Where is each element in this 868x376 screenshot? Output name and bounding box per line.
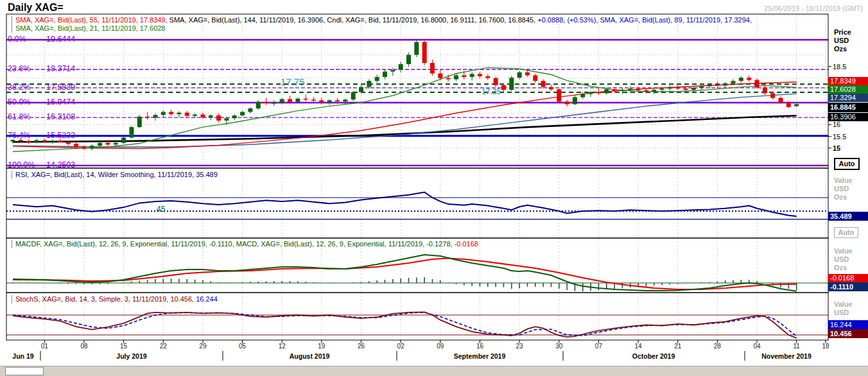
x-axis-tick-label: 22 <box>157 343 169 350</box>
x-axis-tick-label: 16 <box>474 343 485 350</box>
macd-axis-header: ValueUSDOzs <box>834 247 853 272</box>
price-badge: 17.8349 <box>828 77 868 85</box>
fib-level-price: 18.3714 <box>46 64 75 73</box>
x-axis-month-label: October 2019 <box>612 352 695 360</box>
x-axis-tick-label: 02 <box>395 343 406 350</box>
x-axis-tick-label: 05 <box>237 343 248 350</box>
main-legend-line1[interactable]: SMA, XAG=, Bid(Last), 55, 11/11/2019, 17… <box>12 16 752 24</box>
rsi-mid-level-label: 45 <box>157 205 165 214</box>
legend-segment: SMA, XAG=, Bid(Last), 144, 11/11/2019, 1… <box>169 16 538 24</box>
bottom-scrollbar[interactable] <box>0 366 868 376</box>
fib-level-price: 19.6444 <box>46 35 75 44</box>
price-badge: 16.8845 <box>828 103 868 112</box>
chart-canvas[interactable] <box>0 0 868 376</box>
stoch-axis-header: ValueUSD <box>834 300 853 317</box>
x-axis-tick-label: 11 <box>791 343 803 350</box>
rsi-auto-button[interactable]: Auto <box>834 227 858 238</box>
macd-badge: -0.1110 <box>828 282 868 291</box>
legend-segment: StochS, XAG=, Bid, 14, 3, Simple, 3, 11/… <box>15 295 196 303</box>
legend-segment: MACD, XAG=, Bid(Last), 12, 26, 9, Expone… <box>236 240 455 248</box>
legend-segment: SMA, XAG=, Bid(Last), 21, 11/11/2019, 17… <box>15 24 166 32</box>
rsi-axis-header: ValueUSDOzs <box>834 176 853 201</box>
legend-segment: MACDF, XAG=, Bid(Last), 12, 26, 9, Expon… <box>15 240 236 248</box>
scrollbar-thumb[interactable] <box>5 367 44 375</box>
x-axis-tick-label: 18 <box>820 343 831 350</box>
date-range-label: 25/06/2019 - 18/11/2019 (GMT) <box>764 4 863 12</box>
x-axis-tick-label: 01 <box>39 343 50 350</box>
x-axis-tick-label: 09 <box>435 343 446 350</box>
fib-level-price: 15.5233 <box>46 131 75 140</box>
x-axis-tick-label: 23 <box>514 343 525 350</box>
x-axis-month-label: September 2019 <box>438 352 521 360</box>
price-annotation: 17.75 <box>281 76 305 87</box>
fib-level-pct: 23.6% <box>8 64 30 73</box>
fib-level-price: 14.2503 <box>46 160 75 169</box>
fib-level-price: 16.9474 <box>46 98 75 107</box>
fib-level-price: 17.5839 <box>46 83 75 92</box>
legend-segment: 16.244 <box>196 295 218 303</box>
x-axis-month-label: Jun 19 <box>0 352 65 360</box>
x-axis-tick-label: 04 <box>751 343 763 350</box>
fib-level-pct: 38.2% <box>8 83 30 92</box>
x-axis-tick-label: 07 <box>593 343 604 350</box>
fib-level-pct: 50.0% <box>8 98 30 107</box>
legend-segment: +0.0888, (+0.53%), <box>537 16 600 24</box>
price-annotation: 17.35 <box>482 87 501 96</box>
price-axis-tick: 15.5 <box>833 133 846 141</box>
legend-segment: SMA, XAG=, Bid(Last), 55, 11/11/2019, 17… <box>15 16 169 24</box>
fib-level-pct: 61.8% <box>8 112 30 121</box>
stoch-badge: 16.244 <box>828 320 868 329</box>
chart-window: Daily XAG= 25/06/2019 - 18/11/2019 (GMT)… <box>0 0 868 376</box>
x-axis-month-label: November 2019 <box>745 352 828 360</box>
fib-level-pct: 0.0% <box>8 35 26 44</box>
x-axis-tick-label: 30 <box>553 343 565 350</box>
price-axis-tick: 16 <box>833 121 840 128</box>
x-axis-tick-label: 19 <box>316 343 327 350</box>
stoch-badge: 10.456 <box>828 329 868 338</box>
macd-legend[interactable]: MACDF, XAG=, Bid(Last), 12, 26, 9, Expon… <box>12 240 478 248</box>
legend-segment: -0.0168 <box>455 240 478 248</box>
x-axis-tick-label: 28 <box>711 343 723 350</box>
rsi-badge: 35.489 <box>828 212 868 221</box>
x-axis-tick-label: 26 <box>356 343 367 350</box>
price-axis-tick: 18.5 <box>833 63 846 71</box>
main-legend-line2[interactable]: SMA, XAG=, Bid(Last), 21, 11/11/2019, 17… <box>12 24 166 33</box>
page-title: Daily XAG= <box>8 2 64 13</box>
fib-level-price: 16.3108 <box>46 112 75 121</box>
x-axis-tick-label: 15 <box>118 343 130 350</box>
legend-segment: SMA, XAG=, Bid(Last), 89, 11/11/2019, 17… <box>600 16 752 24</box>
price-badge: 16.3906 <box>828 113 868 121</box>
x-axis-month-label: August 2019 <box>268 352 351 360</box>
x-axis-month-label: July 2019 <box>90 352 173 360</box>
price-axis-tick: 15 <box>833 144 840 152</box>
macd-badge: -0.0168 <box>828 274 868 282</box>
price-badge: 17.3294 <box>828 94 868 102</box>
x-axis-tick-label: 08 <box>78 343 90 350</box>
legend-segment: RSI, XAG=, Bid(Last), 14, Wilder Smoothi… <box>15 171 218 178</box>
fib-level-pct: 100.0% <box>8 160 35 169</box>
x-axis-tick-label: 29 <box>197 343 209 350</box>
rsi-legend[interactable]: RSI, XAG=, Bid(Last), 14, Wilder Smoothi… <box>12 171 218 179</box>
x-axis-tick-label: 12 <box>276 343 288 350</box>
price-axis-header: PriceUSDOzs <box>834 28 851 53</box>
x-axis-tick-label: 14 <box>632 343 644 350</box>
price-auto-button[interactable]: Auto <box>834 158 860 170</box>
price-badge: 17.6028 <box>828 85 868 94</box>
fib-level-pct: 76.4% <box>8 131 30 140</box>
stoch-legend[interactable]: StochS, XAG=, Bid, 14, 3, Simple, 3, 11/… <box>12 295 218 303</box>
x-axis-tick-label: 21 <box>672 343 684 350</box>
